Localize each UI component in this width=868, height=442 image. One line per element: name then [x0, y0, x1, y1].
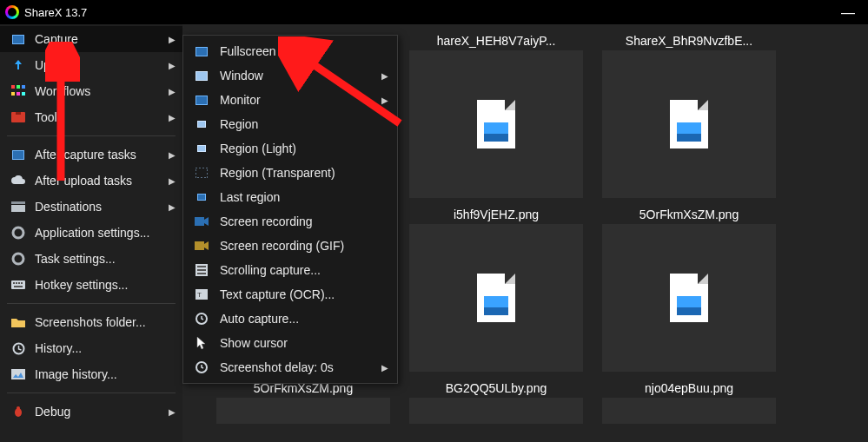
sidebar-item-image-history[interactable]: Image history... [0, 361, 182, 387]
image-file-icon [477, 274, 515, 322]
region-icon [192, 189, 211, 205]
thumbnail-caption: 5OrFkmXsZM.png [598, 205, 780, 224]
thumbnail-tile [602, 398, 776, 424]
chevron-right-icon: ▶ [169, 176, 176, 186]
drive-icon [10, 199, 26, 214]
thumbnail[interactable]: 5OrFkmXsZM.png [598, 205, 780, 372]
region-icon [192, 141, 211, 156]
svg-rect-17 [18, 282, 20, 284]
thumbnail[interactable]: BG2QQ5ULby.png [405, 379, 587, 424]
minimize-button[interactable]: — [835, 5, 861, 21]
toolbox-icon [10, 109, 26, 125]
sidebar-item-label: Tools [35, 110, 63, 124]
sidebar-item-screenshots-folder[interactable]: Screenshots folder... [0, 309, 182, 335]
capture-submenu: Fullscreen Window ▶ Monitor ▶ Region Reg… [182, 35, 398, 384]
menu-item-ocr[interactable]: T Text capture (OCR)... [183, 282, 397, 307]
thumbnail[interactable]: hareX_HEH8V7aiyP... [405, 31, 587, 198]
region-icon [192, 165, 211, 181]
cursor-icon [192, 335, 211, 351]
thumbnail-tile [409, 50, 583, 198]
sidebar-item-label: Task settings... [35, 252, 116, 266]
thumbnail[interactable]: njo04epBuu.png [598, 379, 780, 424]
menu-item-fullscreen[interactable]: Fullscreen [183, 39, 397, 63]
menu-item-label: Text capture (OCR)... [220, 287, 335, 301]
menu-item-label: Show cursor [220, 336, 288, 350]
app-icon [5, 5, 19, 19]
menu-item-label: Auto capture... [220, 312, 299, 326]
sidebar-item-capture[interactable]: Capture ▶ [0, 26, 182, 52]
sidebar-item-app-settings[interactable]: Application settings... [0, 220, 182, 246]
menu-item-window[interactable]: Window ▶ [183, 63, 397, 88]
sidebar-item-debug[interactable]: Debug ▶ [0, 399, 182, 425]
ocr-icon: T [192, 287, 211, 302]
thumbnail[interactable]: ShareX_BhR9NvzfbE... [598, 31, 780, 198]
chevron-right-icon: ▶ [381, 363, 388, 373]
upload-icon [10, 57, 26, 73]
sidebar-item-upload[interactable]: Upload ▶ [0, 52, 182, 78]
menu-item-screenshot-delay[interactable]: Screenshot delay: 0s ▶ [183, 355, 397, 379]
chevron-right-icon: ▶ [169, 61, 176, 70]
svg-rect-4 [17, 92, 20, 96]
svg-point-11 [17, 231, 20, 234]
sidebar-item-history[interactable]: History... [0, 335, 182, 361]
window-icon [192, 68, 211, 83]
sidebar-item-task-settings[interactable]: Task settings... [0, 246, 182, 272]
menu-item-region-transparent[interactable]: Region (Transparent) [183, 161, 397, 185]
menu-item-region-light[interactable]: Region (Light) [183, 136, 397, 161]
chevron-right-icon: ▶ [169, 407, 176, 417]
sidebar-item-hotkey-settings[interactable]: Hotkey settings... [0, 272, 182, 298]
svg-rect-9 [11, 201, 25, 204]
thumbnail-caption: i5hf9VjEHZ.png [405, 205, 587, 224]
svg-rect-16 [16, 282, 17, 284]
svg-rect-14 [11, 280, 25, 289]
menu-item-label: Screenshot delay: 0s [220, 360, 334, 374]
menu-item-last-region[interactable]: Last region [183, 185, 397, 209]
menu-item-scrolling-capture[interactable]: Scrolling capture... [183, 258, 397, 282]
menu-item-monitor[interactable]: Monitor ▶ [183, 88, 397, 112]
clock-icon [192, 311, 211, 327]
chevron-right-icon: ▶ [169, 150, 176, 160]
image-file-icon [477, 100, 515, 148]
menu-item-show-cursor[interactable]: Show cursor [183, 331, 397, 355]
record-icon [192, 214, 211, 229]
sidebar-item-label: Debug [35, 405, 70, 419]
sidebar-item-after-capture[interactable]: After capture tasks ▶ [0, 142, 182, 168]
monitor-icon [10, 31, 26, 47]
sidebar-item-label: Workflows [35, 84, 90, 98]
svg-rect-7 [16, 112, 21, 115]
menu-item-label: Fullscreen [220, 44, 276, 58]
bug-icon [10, 404, 26, 419]
sidebar-item-label: Upload [35, 58, 73, 72]
sidebar-item-destinations[interactable]: Destinations ▶ [0, 194, 182, 220]
gear-icon [10, 251, 26, 267]
menu-item-screen-recording[interactable]: Screen recording [183, 209, 397, 234]
thumbnail[interactable]: i5hf9VjEHZ.png [405, 205, 587, 372]
sidebar-item-workflows[interactable]: Workflows ▶ [0, 78, 182, 104]
sidebar-item-label: Capture [35, 32, 78, 46]
sidebar-item-label: History... [35, 341, 82, 355]
sidebar-item-tools[interactable]: Tools ▶ [0, 104, 182, 130]
image-icon [10, 366, 26, 382]
menu-item-label: Window [220, 69, 263, 82]
svg-rect-24 [195, 168, 208, 178]
svg-text:T: T [197, 291, 202, 299]
menu-item-label: Screen recording (GIF) [220, 239, 344, 253]
svg-rect-18 [21, 282, 23, 284]
sidebar-item-after-upload[interactable]: After upload tasks ▶ [0, 168, 182, 194]
menu-item-screen-recording-gif[interactable]: Screen recording (GIF) [183, 234, 397, 258]
sidebar-item-label: After upload tasks [35, 174, 132, 188]
scroll-icon [192, 262, 211, 278]
menu-item-region[interactable]: Region [183, 112, 397, 136]
keyboard-icon [10, 277, 26, 293]
svg-rect-21 [11, 369, 25, 379]
monitor-icon [192, 43, 211, 59]
sidebar-item-label: Application settings... [35, 226, 149, 240]
thumbnail[interactable]: 5OrFkmXsZM.png [212, 379, 394, 424]
divider [7, 303, 176, 304]
menu-item-auto-capture[interactable]: Auto capture... [183, 307, 397, 331]
record-icon [192, 238, 211, 254]
gear-icon [10, 225, 26, 241]
thumbnail-tile [602, 224, 776, 372]
menu-item-label: Scrolling capture... [220, 263, 321, 277]
sidebar-item-label: Hotkey settings... [35, 278, 128, 292]
